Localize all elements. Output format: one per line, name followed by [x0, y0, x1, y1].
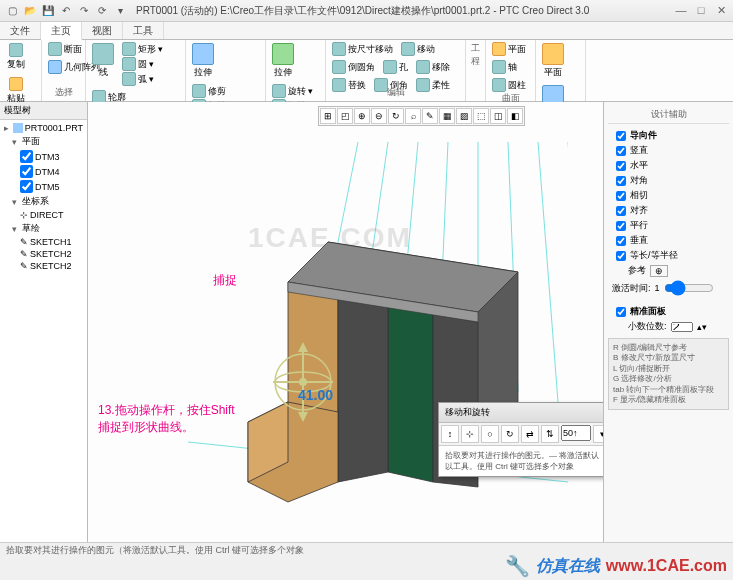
- save-icon[interactable]: 💾: [40, 3, 56, 19]
- view-btn[interactable]: ▦: [439, 108, 455, 124]
- horiz-check[interactable]: [616, 161, 626, 171]
- move-panel-title[interactable]: 移动和旋转: [439, 403, 603, 423]
- workspace: 模型树 ▸PRT0001.PRT ▾平面 DTM3 DTM4 DTM5 ▾坐标系…: [0, 102, 733, 542]
- svg-marker-12: [388, 307, 433, 482]
- guide-check[interactable]: [616, 131, 626, 141]
- plane2-button[interactable]: 平面: [540, 42, 566, 80]
- rev-button[interactable]: 旋转▾: [270, 84, 315, 98]
- tree-item[interactable]: DTM4: [2, 164, 85, 179]
- tab-file[interactable]: 文件: [0, 22, 41, 39]
- close-icon[interactable]: ✕: [713, 4, 729, 17]
- movedim-button[interactable]: 按尺寸移动: [330, 42, 395, 56]
- tan-check[interactable]: [616, 191, 626, 201]
- mp-btn[interactable]: ↕: [441, 425, 459, 443]
- hole-button[interactable]: 孔: [381, 60, 410, 74]
- tree-item[interactable]: ✎SKETCH2: [2, 248, 85, 260]
- tab-home[interactable]: 主页: [41, 22, 82, 40]
- view-btn[interactable]: ⊖: [371, 108, 387, 124]
- instruction-text: 13.拖动操作杆，按住Shift 捕捉到形状曲线。: [98, 402, 235, 436]
- svg-line-6: [538, 142, 558, 402]
- footer-brand: 🔧 仿真在线 www.1CAE.com: [505, 554, 727, 578]
- tab-tools[interactable]: 工具: [123, 22, 164, 39]
- cyl-button[interactable]: 圆柱: [490, 78, 528, 92]
- svg-point-24: [299, 378, 307, 386]
- tree-item[interactable]: ✎SKETCH1: [2, 236, 85, 248]
- circle-button[interactable]: 圆▾: [120, 57, 165, 71]
- panel-title: 设计辅助: [608, 106, 729, 124]
- tree-group-csys[interactable]: ▾坐标系: [2, 194, 85, 209]
- vert-check[interactable]: [616, 146, 626, 156]
- view-btn[interactable]: ▨: [456, 108, 472, 124]
- redo-icon[interactable]: ↷: [76, 3, 92, 19]
- view-btn[interactable]: ⌕: [405, 108, 421, 124]
- activate-slider[interactable]: [664, 280, 714, 296]
- undo-icon[interactable]: ↶: [58, 3, 74, 19]
- ribbon-group-eng: 工程: [466, 40, 486, 101]
- line-button[interactable]: 线: [90, 42, 116, 86]
- remove-button[interactable]: 移除: [414, 60, 452, 74]
- snap-label: 捕捉: [213, 272, 237, 289]
- ribbon-group-surface: 平面 轴 圆柱 曲面: [486, 40, 536, 101]
- trim-button[interactable]: 修剪: [190, 84, 255, 98]
- view-btn[interactable]: ⬚: [473, 108, 489, 124]
- regen-icon[interactable]: ⟳: [94, 3, 110, 19]
- design-aids-panel: 设计辅助 导向件 竖直 水平 对角 相切 对齐 平行 垂直 等长/等半径 参考 …: [603, 102, 733, 542]
- decimals-input[interactable]: [671, 322, 693, 332]
- new-icon[interactable]: ▢: [4, 3, 20, 19]
- copy-button[interactable]: 复制: [4, 42, 28, 72]
- model-tree-panel: 模型树 ▸PRT0001.PRT ▾平面 DTM3 DTM4 DTM5 ▾坐标系…: [0, 102, 88, 542]
- window-title: PRT0001 (活动的) E:\Creo工作目录\工作文件\0912\Dire…: [128, 4, 673, 18]
- tree-item[interactable]: ✎SKETCH2: [2, 260, 85, 272]
- tree-root[interactable]: ▸PRT0001.PRT: [2, 122, 85, 134]
- tree-item[interactable]: DTM5: [2, 179, 85, 194]
- move-button[interactable]: 移动: [399, 42, 437, 56]
- mp-input[interactable]: [561, 425, 591, 441]
- quick-access-toolbar: ▢ 📂 💾 ↶ ↷ ⟳ ▾: [4, 3, 128, 19]
- view-btn[interactable]: ◧: [507, 108, 523, 124]
- ribbon-group-sketch: 线 矩形▾ 圆▾ 弧▾ 轮廓 样条 投影 草绘: [86, 40, 186, 101]
- arc-button[interactable]: 弧▾: [120, 72, 165, 86]
- extrude2-button[interactable]: 拉伸: [270, 42, 296, 80]
- maximize-icon[interactable]: □: [693, 4, 709, 17]
- extrude-button[interactable]: 拉伸: [190, 42, 216, 80]
- ribbon-tabs: 文件 主页 视图 工具: [0, 22, 733, 40]
- axis-button[interactable]: 轴: [490, 60, 519, 74]
- view-btn[interactable]: ⊞: [320, 108, 336, 124]
- round-button[interactable]: 倒圆角: [330, 60, 377, 74]
- section-button[interactable]: 断面: [46, 42, 84, 56]
- dimension-value[interactable]: 41.00: [298, 387, 333, 403]
- plane-button[interactable]: 平面: [490, 42, 528, 56]
- diag-check[interactable]: [616, 176, 626, 186]
- move-rotate-panel[interactable]: 移动和旋转 ↕ ⊹ ○ ↻ ⇄ ⇅ ▾ ⊕ ◧ 拾取要对其进行操作的图元。— 将…: [438, 402, 603, 477]
- mp-btn[interactable]: ⇄: [521, 425, 539, 443]
- titlebar: ▢ 📂 💾 ↶ ↷ ⟳ ▾ PRT0001 (活动的) E:\Creo工作目录\…: [0, 0, 733, 22]
- mp-btn[interactable]: ⊹: [461, 425, 479, 443]
- perp-check[interactable]: [616, 236, 626, 246]
- mp-btn[interactable]: ○: [481, 425, 499, 443]
- view-btn[interactable]: ◰: [337, 108, 353, 124]
- precise-check[interactable]: [616, 307, 626, 317]
- mp-btn[interactable]: ⇅: [541, 425, 559, 443]
- tree-group-sketch[interactable]: ▾草绘: [2, 221, 85, 236]
- mp-btn[interactable]: ↻: [501, 425, 519, 443]
- align-check[interactable]: [616, 206, 626, 216]
- eq-check[interactable]: [616, 251, 626, 261]
- windows-icon[interactable]: ▾: [112, 3, 128, 19]
- view-btn[interactable]: ✎: [422, 108, 438, 124]
- ribbon-group-edit: 按尺寸移动 移动 倒圆角 孔 移除 替换 倒角 柔性 编辑: [326, 40, 466, 101]
- tab-view[interactable]: 视图: [82, 22, 123, 39]
- view-btn[interactable]: ↻: [388, 108, 404, 124]
- rect-button[interactable]: 矩形▾: [120, 42, 165, 56]
- tree-item[interactable]: DTM3: [2, 149, 85, 164]
- para-check[interactable]: [616, 221, 626, 231]
- tree-item[interactable]: ⊹DIRECT: [2, 209, 85, 221]
- mp-btn[interactable]: ▾: [593, 425, 603, 443]
- ribbon-group-datum: 平面 剖面 基准: [536, 40, 586, 101]
- view-btn[interactable]: ⊕: [354, 108, 370, 124]
- view-btn[interactable]: ◫: [490, 108, 506, 124]
- tree-group-planes[interactable]: ▾平面: [2, 134, 85, 149]
- open-icon[interactable]: 📂: [22, 3, 38, 19]
- ribbon-group-clipboard: 复制 粘贴 剪贴板: [0, 40, 42, 101]
- 3d-canvas[interactable]: ⊞ ◰ ⊕ ⊖ ↻ ⌕ ✎ ▦ ▨ ⬚ ◫ ◧ 1CAE.COM: [88, 102, 603, 542]
- minimize-icon[interactable]: —: [673, 4, 689, 17]
